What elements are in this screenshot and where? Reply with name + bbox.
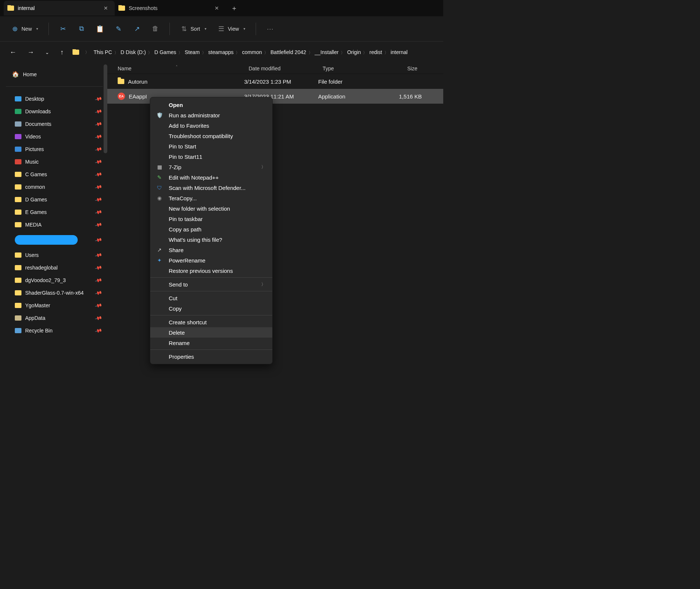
ctx-powerrename[interactable]: ✦PowerRename: [150, 255, 272, 265]
ctx-copy[interactable]: Copy: [150, 303, 272, 314]
ctx-defender[interactable]: 🛡Scan with Microsoft Defender...: [150, 183, 272, 193]
ctx-share[interactable]: ↗Share: [150, 245, 272, 255]
table-row[interactable]: Autorun3/14/2023 1:23 PMFile folder: [107, 74, 443, 89]
sidebar-item-ygomaster[interactable]: YgoMaster📌: [4, 299, 104, 312]
ctx-cut[interactable]: Cut: [150, 293, 272, 303]
crumb-segment[interactable]: Origin: [346, 49, 361, 56]
tab-screenshots[interactable]: Screenshots ✕: [115, 1, 226, 16]
ctx-edit-npp[interactable]: ✎Edit with Notepad++: [150, 172, 272, 183]
ctx-pin-start[interactable]: Pin to Start: [150, 141, 272, 151]
copy-button[interactable]: ⧉: [74, 22, 89, 36]
sidebar-item-recycle-bin[interactable]: Recycle Bin📌: [4, 324, 104, 337]
sidebar-item-redacted[interactable]: 📌: [4, 231, 104, 249]
rename-button[interactable]: ✎: [111, 22, 126, 36]
ctx-create-shortcut[interactable]: Create shortcut: [150, 317, 272, 327]
chevron-right-icon: 〉: [307, 50, 314, 55]
crumb-segment[interactable]: D Disk (D:): [120, 49, 147, 56]
ctx-label: 7-Zip: [169, 164, 181, 170]
back-button[interactable]: ←: [7, 47, 18, 58]
ctx-rename[interactable]: Rename: [150, 338, 272, 348]
breadcrumb[interactable]: 〉 This PC〉D Disk (D:)〉D Games〉Steam〉stea…: [73, 49, 436, 56]
recent-button[interactable]: ⌄: [43, 48, 51, 57]
col-type[interactable]: Type: [318, 66, 381, 71]
archive-icon: ▦: [155, 164, 164, 170]
chevron-down-icon: ▾: [36, 27, 38, 31]
sort-button[interactable]: ⇅ Sort ▾: [176, 22, 210, 36]
col-name[interactable]: ˄ Name: [107, 66, 244, 71]
ctx-properties[interactable]: Properties: [150, 351, 272, 362]
more-button[interactable]: ⋯: [263, 22, 277, 36]
ctx-label: Properties: [169, 354, 194, 360]
tab-internal[interactable]: internal ✕: [4, 1, 115, 16]
cut-button[interactable]: ✂: [55, 22, 70, 36]
crumb-segment[interactable]: __Installer: [314, 49, 340, 56]
chevron-right-icon: 〉: [339, 50, 346, 55]
ctx-newfolder-selection[interactable]: New folder with selection: [150, 203, 272, 214]
new-tab-button[interactable]: ＋: [226, 4, 243, 13]
folder-icon: [15, 184, 21, 190]
ctx-delete[interactable]: Delete: [150, 327, 272, 338]
paste-button[interactable]: 📋: [92, 22, 107, 36]
sidebar-item-e-games[interactable]: E Games📌: [4, 206, 104, 218]
sidebar-item-pictures[interactable]: Pictures📌: [4, 143, 104, 155]
delete-button[interactable]: 🗑: [148, 22, 163, 36]
share-button[interactable]: ↗: [129, 22, 144, 36]
sidebar-item-videos[interactable]: Videos📌: [4, 130, 104, 143]
chevron-right-icon: 〉: [234, 50, 241, 55]
ctx-7zip[interactable]: ▦7-Zip〉: [150, 162, 272, 172]
ctx-restore-prev[interactable]: Restore previous versions: [150, 265, 272, 276]
new-button[interactable]: ⊕ New ▾: [7, 22, 42, 36]
crumb-segment[interactable]: This PC: [93, 49, 113, 56]
col-size-label: Size: [407, 66, 417, 71]
ctx-teracopy[interactable]: ◉TeraCopy...: [150, 193, 272, 203]
sidebar-item-music[interactable]: Music📌: [4, 155, 104, 168]
crumb-segment[interactable]: steamapps: [208, 49, 234, 56]
address-row: ← → ⌄ ↑ 〉 This PC〉D Disk (D:)〉D Games〉St…: [0, 41, 443, 63]
documents-icon: [15, 121, 21, 127]
close-icon[interactable]: ✕: [102, 4, 110, 12]
ctx-pin-start11[interactable]: Pin to Start11: [150, 151, 272, 162]
sidebar-item-users[interactable]: Users📌: [4, 249, 104, 261]
redacted-scribble: [15, 235, 78, 245]
sidebar-item-label: YgoMaster: [25, 302, 50, 308]
forward-button[interactable]: →: [25, 47, 36, 58]
ctx-troubleshoot[interactable]: Troubleshoot compatibility: [150, 131, 272, 141]
chevron-right-icon: 〉: [261, 281, 266, 288]
close-icon[interactable]: ✕: [213, 4, 221, 12]
col-date[interactable]: Date modified: [244, 66, 318, 71]
ctx-add-favorites[interactable]: Add to Favorites: [150, 120, 272, 131]
sidebar-item-documents[interactable]: Documents📌: [4, 118, 104, 130]
ctx-pin-taskbar[interactable]: Pin to taskbar: [150, 214, 272, 224]
crumb-segment[interactable]: internal: [390, 49, 408, 56]
col-name-label: Name: [118, 66, 131, 71]
sidebar-item-reshadeglobal[interactable]: reshadeglobal📌: [4, 261, 104, 274]
sidebar-item-downloads[interactable]: Downloads📌: [4, 105, 104, 118]
sidebar-item-appdata[interactable]: AppData📌: [4, 312, 104, 324]
sidebar-item-label: MEDIA: [25, 222, 41, 228]
crumb-segment[interactable]: common: [241, 49, 263, 56]
ctx-send-to[interactable]: Send to〉: [150, 279, 272, 290]
ctx-whats-using[interactable]: What's using this file?: [150, 234, 272, 245]
sidebar-item-media[interactable]: MEDIA📌: [4, 218, 104, 231]
sidebar-item-desktop[interactable]: Desktop📌: [4, 93, 104, 105]
sidebar-item-common[interactable]: common📌: [4, 181, 104, 193]
crumb-segment[interactable]: Steam: [184, 49, 200, 56]
crumb-segment[interactable]: Battlefield 2042: [270, 49, 307, 56]
crumb-segment[interactable]: D Games: [154, 49, 177, 56]
up-button[interactable]: ↑: [58, 47, 66, 58]
sort-label: Sort: [191, 26, 200, 32]
separator: [150, 277, 272, 278]
crumb-segment[interactable]: redist: [368, 49, 383, 56]
col-size[interactable]: Size: [381, 66, 422, 71]
sidebar-item-d-games[interactable]: D Games📌: [4, 193, 104, 206]
sidebar-item-dgvoodoo2-79-3[interactable]: dgVoodoo2_79_3📌: [4, 274, 104, 287]
sidebar-item-home[interactable]: 🏠 Home: [4, 67, 104, 81]
ctx-label: New folder with selection: [169, 205, 230, 212]
sidebar-item-c-games[interactable]: C Games📌: [4, 168, 104, 181]
scrollbar[interactable]: [104, 64, 107, 153]
ctx-copy-path[interactable]: Copy as path: [150, 224, 272, 234]
ctx-open[interactable]: Open: [150, 100, 272, 110]
ctx-run-admin[interactable]: 🛡️Run as administrator: [150, 110, 272, 120]
sidebar-item-shaderglass-0-7-win-x64[interactable]: ShaderGlass-0.7-win-x64📌: [4, 287, 104, 299]
view-button[interactable]: ☰ View ▾: [214, 22, 249, 36]
